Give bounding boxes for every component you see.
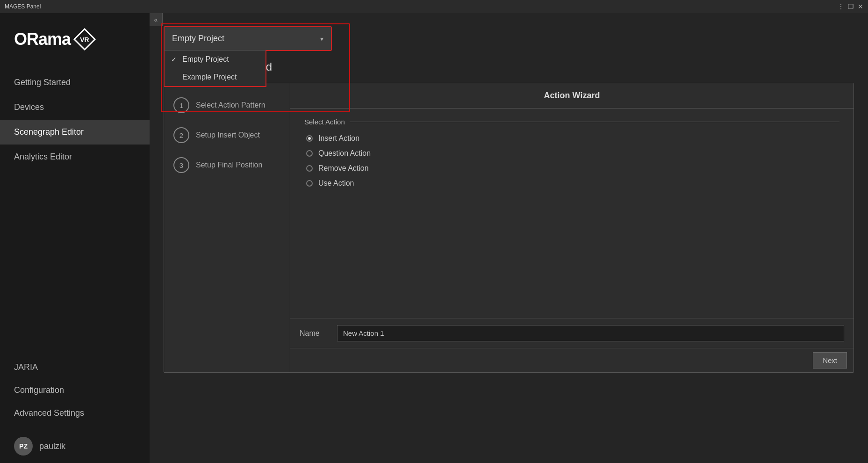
dropdown-option-empty-project[interactable]: ✓ Empty Project: [165, 51, 265, 68]
app-body: ORama VR Getting Started Devices Scenegr…: [0, 13, 868, 463]
sidebar-item-scenegraph-editor[interactable]: Scenegraph Editor: [0, 120, 150, 145]
step-label-2: Setup Insert Object: [196, 131, 260, 139]
select-action-label: Select Action: [304, 118, 839, 126]
chevron-left-icon: «: [154, 16, 158, 23]
wizard-section: Action Pattern Wizard 1 Select Action Pa…: [150, 56, 868, 463]
name-input[interactable]: [337, 325, 844, 341]
sidebar-collapse-button[interactable]: «: [150, 13, 163, 26]
wizard-title: Action Pattern Wizard: [164, 60, 854, 73]
radio-group: Insert Action Question Action Remove Act…: [304, 134, 839, 188]
radio-item-insert-action[interactable]: Insert Action: [306, 134, 839, 143]
logo-text: ORama: [14, 29, 71, 49]
radio-item-use-action[interactable]: Use Action: [306, 179, 839, 188]
project-dropdown[interactable]: Empty Project ▾ ✓ Empty Project Example …: [164, 26, 332, 51]
radio-label-use: Use Action: [318, 179, 354, 188]
logo-diamond-icon: VR: [72, 27, 97, 51]
sidebar-item-configuration[interactable]: Configuration: [0, 379, 150, 402]
main-content: Empty Project ▾ ✓ Empty Project Example …: [150, 13, 868, 463]
radio-circle-use[interactable]: [306, 180, 313, 187]
title-bar: MAGES Panel ⋮ ❐ ✕: [0, 0, 868, 13]
nav-divider: [0, 169, 150, 356]
action-panel-body: Select Action Insert Action Question Act…: [290, 109, 854, 318]
radio-label-insert: Insert Action: [318, 134, 359, 143]
menu-icon[interactable]: ⋮: [838, 3, 844, 10]
username: paulzik: [39, 441, 65, 451]
name-row: Name: [290, 318, 854, 348]
step-number-2: 2: [179, 131, 183, 139]
title-bar-text: MAGES Panel: [5, 3, 41, 10]
radio-label-remove: Remove Action: [318, 164, 369, 173]
sidebar-item-devices[interactable]: Devices: [0, 95, 150, 120]
dropdown-selected-value[interactable]: Empty Project ▾: [165, 27, 331, 50]
checkmark-icon: ✓: [171, 56, 179, 63]
dropdown-option-example-project[interactable]: Example Project: [165, 68, 265, 86]
sidebar: ORama VR Getting Started Devices Scenegr…: [0, 13, 150, 463]
sidebar-item-getting-started[interactable]: Getting Started: [0, 70, 150, 95]
step-circle-1: 1: [173, 97, 189, 113]
action-panel-header: Action Wizard: [290, 83, 854, 109]
sidebar-item-jaria[interactable]: JARIA: [0, 356, 150, 379]
steps-panel: 1 Select Action Pattern 2 Setup Insert O…: [164, 83, 290, 372]
radio-item-remove-action[interactable]: Remove Action: [306, 164, 839, 173]
option-label-empty: Empty Project: [182, 55, 229, 64]
next-btn-row: Next: [290, 348, 854, 372]
step-label-1: Select Action Pattern: [196, 101, 265, 109]
radio-circle-remove[interactable]: [306, 165, 313, 172]
radio-label-question: Question Action: [318, 149, 371, 158]
step-number-3: 3: [179, 161, 183, 169]
name-label: Name: [300, 329, 328, 338]
wizard-container: 1 Select Action Pattern 2 Setup Insert O…: [164, 83, 854, 373]
step-item-1: 1 Select Action Pattern: [173, 97, 280, 113]
nav-bottom: JARIA Configuration Advanced Settings: [0, 356, 150, 429]
step-circle-3: 3: [173, 157, 189, 173]
sidebar-item-advanced-settings[interactable]: Advanced Settings: [0, 402, 150, 425]
step-circle-2: 2: [173, 127, 189, 143]
radio-item-question-action[interactable]: Question Action: [306, 149, 839, 158]
step-label-3: Setup Final Position: [196, 161, 262, 169]
avatar: PZ: [14, 437, 33, 456]
dropdown-chevron-icon: ▾: [320, 35, 323, 43]
radio-circle-question[interactable]: [306, 150, 313, 157]
next-button[interactable]: Next: [813, 352, 847, 369]
restore-icon[interactable]: ❐: [848, 3, 854, 10]
sidebar-item-analytics-editor[interactable]: Analytics Editor: [0, 145, 150, 169]
step-item-2: 2 Setup Insert Object: [173, 127, 280, 143]
svg-text:VR: VR: [80, 36, 89, 43]
title-bar-controls[interactable]: ⋮ ❐ ✕: [838, 3, 863, 10]
nav-items: Getting Started Devices Scenegraph Edito…: [0, 70, 150, 429]
selected-project-label: Empty Project: [172, 34, 224, 43]
close-icon[interactable]: ✕: [858, 3, 863, 10]
radio-circle-insert[interactable]: [306, 135, 313, 142]
user-area[interactable]: PZ paulzik: [0, 429, 150, 463]
dropdown-area: Empty Project ▾ ✓ Empty Project Example …: [150, 13, 868, 56]
option-label-example: Example Project: [182, 73, 237, 81]
step-number-1: 1: [179, 101, 183, 109]
dropdown-list: ✓ Empty Project Example Project: [164, 50, 266, 87]
logo-area: ORama VR: [0, 13, 150, 70]
step-item-3: 3 Setup Final Position: [173, 157, 280, 173]
action-panel: Action Wizard Select Action Insert Actio…: [290, 83, 854, 372]
